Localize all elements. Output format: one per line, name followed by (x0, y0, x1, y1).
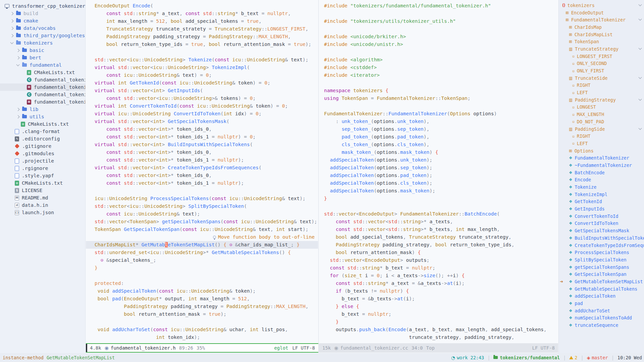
chevron-down-icon[interactable] (639, 97, 642, 101)
project-path[interactable]: tokenizers/fundamental (500, 355, 560, 360)
modeline-active[interactable]: 4.8k ◉ fundamental_tokenizer.h 89:26 35%… (86, 343, 318, 353)
symbol-item-getinputids[interactable]: ❖GetInputIds (559, 205, 644, 213)
code-line[interactable]: bool add_special_tokens, TruncateStrateg… (324, 233, 558, 241)
code-line[interactable]: #include "tokenizers/utils/tokenizer_uti… (324, 17, 558, 25)
code-line[interactable]: bool return_token_type_ids = true, bool … (95, 41, 318, 48)
tree-folder-fundamental[interactable]: fundamental (0, 61, 85, 69)
tree-folder-lib[interactable]: lib (0, 106, 85, 113)
symbol-item-right[interactable]: ▫RIGHT (559, 82, 644, 89)
chevron-right-icon[interactable] (10, 12, 14, 15)
symbol-item-getspecialtokensmask[interactable]: ❖GetSpecialTokensMask (559, 227, 644, 234)
code-line[interactable]: const std::vector<int>* token_ids_0, (95, 148, 318, 156)
symbols-sidebar[interactable]: ()tokenizers⊞EncodeOutput⊞FundamentalTok… (558, 0, 644, 353)
chevron-down-icon[interactable] (639, 17, 642, 21)
tree-file--projectile[interactable]: .projectile (0, 157, 85, 165)
symbol-item-options[interactable]: ⊞Options (559, 147, 644, 155)
code-line[interactable]: const std::vector<icu::UnicodeString>& t… (95, 95, 318, 102)
code-line[interactable]: TokenSpan GetSpecialTokenSpan(const icu:… (95, 226, 318, 233)
code-line[interactable]: b_text = nullptr; (324, 310, 558, 318)
tree-file-fundamental-tokenizer[interactable]: Cfundamental_tokenizer (0, 76, 85, 83)
symbol-item-truncateside[interactable]: ▥TruncateSide (559, 74, 644, 82)
symbol-item-converttokentoid[interactable]: ❖ConvertTokenToId (559, 213, 644, 220)
symbol-item-tokenizeimpl[interactable]: ❖TokenizeImpl (559, 191, 644, 198)
code-line[interactable]: virtual std::vector<int> GetSpecialToken… (95, 118, 318, 125)
code-line[interactable] (95, 272, 318, 280)
code-line[interactable]: protected: (95, 280, 318, 287)
code-line[interactable] (95, 187, 318, 195)
symbol-item-adduchartoset[interactable]: ❖addUcharToSet (559, 307, 644, 314)
chevron-right-icon[interactable] (10, 34, 14, 37)
chevron-down-icon[interactable] (16, 63, 20, 66)
symbol-item-numspecialtokenstoadd[interactable]: ❖numSpecialTokensToAdd (559, 314, 644, 322)
code-line[interactable]: ⊙ &special_tokens_; (95, 256, 318, 264)
org-clock[interactable]: work 22:43 (457, 355, 484, 360)
code-line[interactable]: int token_idx); (95, 334, 318, 341)
symbol-item-getspecialtokenspan[interactable]: ❖GetSpecialTokenSpan (559, 270, 644, 278)
tree-folder-basic[interactable]: basic (0, 47, 85, 54)
symbol-item-batchencode[interactable]: ❖BatchEncode (559, 169, 644, 176)
tree-file-cmakelists-txt[interactable]: ≡CMakeLists.txt (0, 179, 85, 187)
tree-file-cmakelists-txt[interactable]: ≡CMakeLists.txt (0, 69, 85, 76)
code-line[interactable]: const std::vector<int>* token_ids_0, (95, 172, 318, 179)
tree-file--clang-format[interactable]: .clang-format (0, 128, 85, 135)
code-line[interactable]: #include <algorithm> (324, 56, 558, 64)
code-line[interactable]: virtual std::vector<int> CreateTokenType… (95, 164, 318, 172)
tree-folder-third-party-googletest[interactable]: third_party/googletest (0, 32, 85, 39)
symbol-item-getmutabletokensetmaplist[interactable]: ➔❖GetMutableTokenSetMapList (559, 278, 644, 285)
tree-file--editorconfig[interactable]: ✎.editorconfig (0, 135, 85, 142)
code-line[interactable]: sep_token_(options.sep_token), (324, 125, 558, 133)
code-line[interactable]: for (size_t i = 0; i < a_texts->size(); … (324, 272, 558, 280)
chevron-right-icon[interactable] (16, 108, 20, 111)
symbol-item--fundamentaltokenizer[interactable]: ❖~FundamentalTokenizer (559, 162, 644, 169)
tree-folder-cmake[interactable]: cmake (0, 17, 85, 24)
code-line[interactable]: const std::string* b_text = nullptr; (324, 264, 558, 272)
chevron-down-icon[interactable] (639, 3, 642, 6)
chevron-right-icon[interactable] (10, 19, 14, 22)
symbol-item-splitbyspecialtoken[interactable]: ❖SplitBySpecialToken (559, 256, 644, 263)
symbol-item-tokenspan[interactable]: ⊞TokenSpan (559, 38, 644, 45)
code-line[interactable]: addSpecialToken(options.sep_token); (324, 164, 558, 172)
code-line[interactable]: const icu::UnicodeString& text) = 0; (95, 71, 318, 79)
symbol-item-truncatestrategy[interactable]: ▥TruncateStrategy (559, 45, 644, 53)
symbol-item-paddingstrategy[interactable]: ▥PaddingStrategy (559, 96, 644, 104)
code-line[interactable]: int max_length = 512, bool add_special_t… (95, 17, 318, 25)
code-line[interactable]: std::vector<EncodeOutput> outputs; (324, 256, 558, 264)
code-line[interactable]: virtual std::vector<icu::UnicodeString> … (95, 64, 318, 71)
code-action-hint[interactable]: Move function body to out-of-line (95, 233, 318, 241)
code-line[interactable] (324, 25, 558, 33)
code-line[interactable]: mask_token_(options.mask_token) { (324, 148, 558, 156)
code-line[interactable] (324, 79, 558, 87)
tree-file--style-yapf[interactable]: .style.yapf (0, 172, 85, 179)
code-line[interactable]: if (b_texts != nullptr) { (324, 287, 558, 295)
code-line[interactable]: std::vector<icu::UnicodeString> Tokenize… (95, 56, 318, 64)
chevron-down-icon[interactable] (639, 126, 642, 130)
tree-file--rgignore[interactable]: .rgignore (0, 165, 85, 172)
symbol-item-encode[interactable]: ❖Encode (559, 176, 644, 184)
code-line[interactable]: std::unordered_set<icu::UnicodeString>* … (95, 249, 318, 256)
code-line[interactable]: const icu::UnicodeString& text); (95, 210, 318, 218)
tree-file-fundamental-tokenizer[interactable]: Hfundamental_tokenizer (0, 98, 85, 106)
chevron-right-icon[interactable] (16, 49, 20, 52)
tree-folder-build[interactable]: build (0, 10, 85, 17)
code-line[interactable]: } (324, 195, 558, 202)
symbol-item-paddingside[interactable]: ▥PaddingSide (559, 125, 644, 133)
code-line[interactable]: bool return_attention_mask) { (324, 249, 558, 256)
code-line[interactable]: const std::vector<int>* token_ids_0, (95, 125, 318, 133)
code-line[interactable]: PaddingStrategy padding_strategy = Paddi… (95, 33, 318, 41)
code-line[interactable]: virtual int ConvertTokenToId(const icu::… (95, 102, 318, 110)
code-line[interactable] (324, 202, 558, 210)
symbol-item-longest[interactable]: ▫LONGEST (559, 104, 644, 111)
code-line[interactable]: truncate_strategy, padding_strategy, (324, 334, 558, 341)
chevron-right-icon[interactable] (10, 26, 14, 30)
symbol-item-buildinputswithspecialtokens[interactable]: ❖BuildInputsWithSpecialTokens (559, 234, 644, 242)
code-line[interactable]: namespace tokenizers { (324, 87, 558, 95)
symbol-item-only-second[interactable]: ▫ONLY_SECOND (559, 60, 644, 67)
chevron-right-icon[interactable] (16, 56, 20, 59)
tree-file-license[interactable]: §LICENSE (0, 187, 85, 194)
code-line[interactable] (324, 48, 558, 56)
symbol-item-convertidtotoken[interactable]: ❖ConvertIdToToken (559, 220, 644, 227)
symbol-item-do-not-pad[interactable]: ▫DO_NOT_PAD (559, 118, 644, 125)
symbol-item-left[interactable]: ▫LEFT (559, 140, 644, 147)
code-line[interactable]: virtual std::vector<int> BuildInputsWith… (95, 141, 318, 148)
symbol-item-processspecialtokens[interactable]: ❖ProcessSpecialTokens (559, 249, 644, 256)
